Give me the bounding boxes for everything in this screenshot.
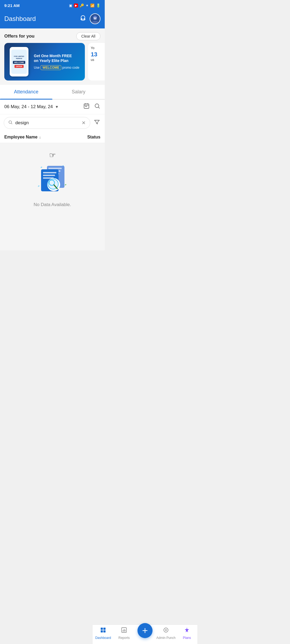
bluetooth-icon: ✶ <box>86 3 89 8</box>
app-header: Dashboard M <box>0 11 105 28</box>
svg-text:+: + <box>64 184 66 186</box>
camera-icon: ▣ <box>69 3 72 8</box>
battery-icon: 🔋 <box>96 3 100 8</box>
chevron-down-icon: ▼ <box>55 105 59 109</box>
search-clear-icon[interactable]: ✕ <box>82 120 86 126</box>
svg-line-16 <box>11 123 12 124</box>
offers-header: Offers for you Clear All <box>0 28 105 43</box>
svg-rect-30 <box>43 172 56 173</box>
tab-salary[interactable]: Salary <box>52 85 105 99</box>
main-content: Offers for you Clear All FOR LIMITEDPERI… <box>0 28 105 250</box>
svg-rect-12 <box>86 106 87 107</box>
promo-use-text: Use <box>34 66 39 69</box>
offer-heading: Get One Month FREEon Yearly Elite Plan <box>34 53 82 63</box>
search-icon[interactable] <box>94 103 100 111</box>
empty-illustration: + + + + <box>34 159 71 197</box>
table-header: Employee Name ↓ Status <box>0 131 105 143</box>
tab-attendance[interactable]: Attendance <box>0 85 52 99</box>
partial-line1: Yo <box>91 46 105 50</box>
filter-icons <box>83 103 100 111</box>
search-container: ✕ <box>0 114 105 131</box>
svg-line-14 <box>99 107 100 109</box>
svg-text:M: M <box>94 17 97 20</box>
offers-title: Offers for you <box>4 34 34 39</box>
sort-desc-icon: ↓ <box>39 135 41 139</box>
phone-mockup: FOR LIMITEDPERIOD WELCOME OFFER <box>10 47 28 76</box>
offers-carousel[interactable]: FOR LIMITEDPERIOD WELCOME OFFER Get One … <box>0 43 105 85</box>
header-actions: M <box>79 13 100 24</box>
filter-row: 06 May, 24 - 12 May, 24 ▼ <box>0 100 105 114</box>
offer-image: FOR LIMITEDPERIOD WELCOME OFFER <box>4 43 34 80</box>
svg-point-15 <box>9 121 12 123</box>
svg-text:+: + <box>38 185 39 188</box>
page-wrapper: 9:21 AM ▣ ▶ 🔑 ✶ 📶 🔋 Dashboard <box>0 0 105 250</box>
svg-point-13 <box>95 104 99 108</box>
promo-code: WELCOME <box>41 65 61 70</box>
phone-screen: FOR LIMITEDPERIOD WELCOME OFFER <box>11 50 27 74</box>
offer-card-main[interactable]: FOR LIMITEDPERIOD WELCOME OFFER Get One … <box>4 43 85 80</box>
key-icon: 🔑 <box>80 3 84 8</box>
offer-text: Get One Month FREEon Yearly Elite Plan U… <box>34 50 85 73</box>
headset-icon[interactable] <box>79 14 86 23</box>
svg-point-37 <box>50 181 51 182</box>
header-title: Dashboard <box>4 15 36 23</box>
empty-state: + + + + <box>0 143 105 229</box>
promo-suffix: promo code <box>62 66 79 69</box>
status-icons: ▣ ▶ 🔑 ✶ 📶 🔋 <box>69 3 100 8</box>
search-box-icon <box>8 120 13 126</box>
partial-line3: us <box>91 58 105 62</box>
offer-card-partial: Yo 13 us <box>88 43 105 80</box>
svg-rect-26 <box>48 168 62 169</box>
tabs-container: Attendance Salary <box>0 85 105 100</box>
record-icon: ▶ <box>74 3 78 8</box>
partial-line2: 13 <box>91 51 105 58</box>
date-range-text: 06 May, 24 - 12 May, 24 <box>4 104 53 109</box>
search-input[interactable] <box>15 120 79 126</box>
empty-message: No Data Available. <box>34 202 71 207</box>
clear-all-button[interactable]: Clear All <box>76 32 100 40</box>
employee-name-label: Employee Name <box>4 135 38 140</box>
calendar-icon[interactable] <box>83 103 90 111</box>
svg-rect-31 <box>43 175 55 176</box>
status-column-header: Status <box>87 135 100 140</box>
svg-rect-11 <box>85 106 86 107</box>
status-bar: 9:21 AM ▣ ▶ 🔑 ✶ 📶 🔋 <box>0 0 105 11</box>
status-time: 9:21 AM <box>4 3 20 8</box>
svg-text:+: + <box>40 166 42 169</box>
offer-promo: Use WELCOME promo code <box>34 65 82 70</box>
date-range-selector[interactable]: 06 May, 24 - 12 May, 24 ▼ <box>4 104 59 109</box>
wifi-icon: 📶 <box>90 3 95 8</box>
search-box[interactable]: ✕ <box>4 117 90 129</box>
funnel-icon[interactable] <box>93 118 101 128</box>
employee-name-column-header[interactable]: Employee Name ↓ <box>4 135 41 140</box>
avatar[interactable]: M <box>90 13 100 24</box>
